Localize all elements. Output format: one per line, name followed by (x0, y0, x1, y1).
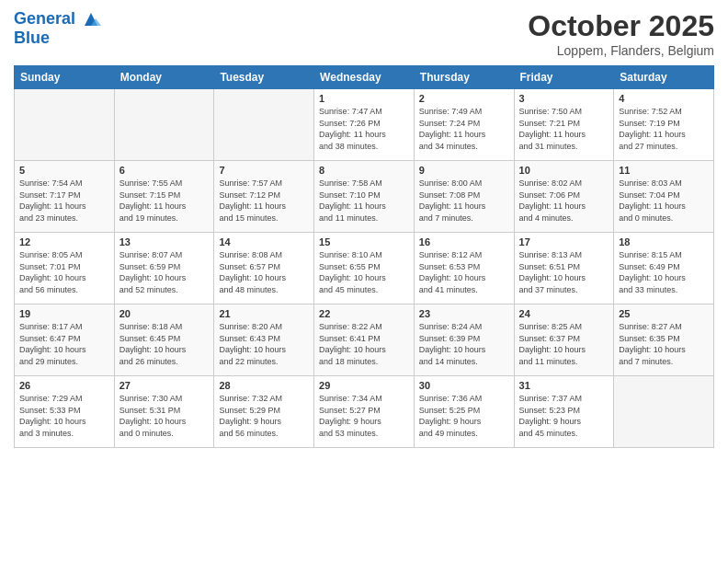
day-number: 22 (319, 308, 409, 319)
table-cell: 23Sunrise: 8:24 AM Sunset: 6:39 PM Dayli… (414, 304, 514, 376)
day-info: Sunrise: 8:05 AM Sunset: 7:01 PM Dayligh… (19, 249, 109, 295)
day-number: 9 (419, 165, 509, 176)
day-info: Sunrise: 7:58 AM Sunset: 7:10 PM Dayligh… (319, 178, 409, 224)
day-number: 6 (119, 165, 210, 176)
calendar-table: Sunday Monday Tuesday Wednesday Thursday… (14, 65, 714, 448)
title-block: October 2025 Loppem, Flanders, Belgium (528, 9, 714, 58)
day-number: 28 (219, 380, 309, 391)
day-info: Sunrise: 8:25 AM Sunset: 6:37 PM Dayligh… (519, 321, 609, 367)
day-info: Sunrise: 8:00 AM Sunset: 7:08 PM Dayligh… (419, 178, 509, 224)
table-cell: 16Sunrise: 8:12 AM Sunset: 6:53 PM Dayli… (414, 233, 514, 304)
day-number: 15 (319, 236, 409, 247)
day-info: Sunrise: 8:27 AM Sunset: 6:35 PM Dayligh… (619, 321, 709, 367)
day-info: Sunrise: 8:08 AM Sunset: 6:57 PM Dayligh… (219, 249, 309, 295)
day-number: 10 (519, 165, 609, 176)
day-number: 1 (319, 93, 409, 104)
col-friday: Friday (514, 66, 614, 89)
day-info: Sunrise: 8:03 AM Sunset: 7:04 PM Dayligh… (619, 178, 709, 224)
col-saturday: Saturday (614, 66, 714, 89)
day-info: Sunrise: 7:50 AM Sunset: 7:21 PM Dayligh… (519, 106, 609, 152)
table-cell (614, 376, 714, 448)
day-info: Sunrise: 8:10 AM Sunset: 6:55 PM Dayligh… (319, 249, 409, 295)
day-number: 25 (619, 308, 709, 319)
day-number: 13 (119, 236, 210, 247)
table-cell: 25Sunrise: 8:27 AM Sunset: 6:35 PM Dayli… (614, 304, 714, 376)
table-cell: 5Sunrise: 7:54 AM Sunset: 7:17 PM Daylig… (15, 161, 115, 233)
day-number: 26 (19, 380, 109, 391)
table-cell: 22Sunrise: 8:22 AM Sunset: 6:41 PM Dayli… (314, 304, 415, 376)
day-info: Sunrise: 8:13 AM Sunset: 6:51 PM Dayligh… (519, 249, 609, 295)
day-number: 7 (219, 165, 309, 176)
day-info: Sunrise: 7:49 AM Sunset: 7:24 PM Dayligh… (419, 106, 509, 152)
day-info: Sunrise: 8:15 AM Sunset: 6:49 PM Dayligh… (619, 249, 709, 295)
day-number: 19 (19, 308, 109, 319)
logo-general: General (14, 9, 75, 28)
day-number: 29 (319, 380, 409, 391)
day-info: Sunrise: 8:12 AM Sunset: 6:53 PM Dayligh… (419, 249, 509, 295)
day-info: Sunrise: 8:07 AM Sunset: 6:59 PM Dayligh… (119, 249, 210, 295)
logo-blue: Blue (14, 29, 101, 48)
day-number: 4 (619, 93, 709, 104)
table-cell: 14Sunrise: 8:08 AM Sunset: 6:57 PM Dayli… (214, 233, 314, 304)
day-number: 24 (519, 308, 609, 319)
calendar-page: General Blue October 2025 Loppem, Flande… (0, 0, 728, 563)
day-number: 16 (419, 236, 509, 247)
day-info: Sunrise: 7:37 AM Sunset: 5:23 PM Dayligh… (519, 393, 609, 439)
calendar-row: 26Sunrise: 7:29 AM Sunset: 5:33 PM Dayli… (15, 376, 714, 448)
table-cell: 20Sunrise: 8:18 AM Sunset: 6:45 PM Dayli… (114, 304, 214, 376)
day-info: Sunrise: 7:47 AM Sunset: 7:26 PM Dayligh… (319, 106, 409, 152)
table-cell: 10Sunrise: 8:02 AM Sunset: 7:06 PM Dayli… (514, 161, 614, 233)
day-number: 14 (219, 236, 309, 247)
table-cell: 9Sunrise: 8:00 AM Sunset: 7:08 PM Daylig… (414, 161, 514, 233)
table-cell: 26Sunrise: 7:29 AM Sunset: 5:33 PM Dayli… (15, 376, 115, 448)
table-cell: 31Sunrise: 7:37 AM Sunset: 5:23 PM Dayli… (514, 376, 614, 448)
day-info: Sunrise: 7:32 AM Sunset: 5:29 PM Dayligh… (219, 393, 309, 439)
table-cell: 8Sunrise: 7:58 AM Sunset: 7:10 PM Daylig… (314, 161, 415, 233)
col-wednesday: Wednesday (314, 66, 415, 89)
table-cell (214, 89, 314, 161)
day-number: 27 (119, 380, 210, 391)
day-info: Sunrise: 7:34 AM Sunset: 5:27 PM Dayligh… (319, 393, 409, 439)
day-info: Sunrise: 7:36 AM Sunset: 5:25 PM Dayligh… (419, 393, 509, 439)
table-cell: 6Sunrise: 7:55 AM Sunset: 7:15 PM Daylig… (114, 161, 214, 233)
col-monday: Monday (114, 66, 214, 89)
table-cell: 29Sunrise: 7:34 AM Sunset: 5:27 PM Dayli… (314, 376, 415, 448)
day-number: 2 (419, 93, 509, 104)
day-number: 31 (519, 380, 609, 391)
day-number: 11 (619, 165, 709, 176)
day-number: 20 (119, 308, 210, 319)
col-tuesday: Tuesday (214, 66, 314, 89)
day-info: Sunrise: 7:54 AM Sunset: 7:17 PM Dayligh… (19, 178, 109, 224)
day-number: 12 (19, 236, 109, 247)
day-number: 23 (419, 308, 509, 319)
table-cell: 21Sunrise: 8:20 AM Sunset: 6:43 PM Dayli… (214, 304, 314, 376)
table-cell: 28Sunrise: 7:32 AM Sunset: 5:29 PM Dayli… (214, 376, 314, 448)
table-cell: 30Sunrise: 7:36 AM Sunset: 5:25 PM Dayli… (414, 376, 514, 448)
header: General Blue October 2025 Loppem, Flande… (14, 9, 714, 58)
logo-icon (81, 9, 101, 29)
day-number: 5 (19, 165, 109, 176)
calendar-row: 1Sunrise: 7:47 AM Sunset: 7:26 PM Daylig… (15, 89, 714, 161)
table-cell (114, 89, 214, 161)
day-info: Sunrise: 7:30 AM Sunset: 5:31 PM Dayligh… (119, 393, 210, 439)
calendar-title: October 2025 (528, 9, 714, 43)
table-cell: 17Sunrise: 8:13 AM Sunset: 6:51 PM Dayli… (514, 233, 614, 304)
table-cell: 3Sunrise: 7:50 AM Sunset: 7:21 PM Daylig… (514, 89, 614, 161)
table-cell (15, 89, 115, 161)
table-cell: 19Sunrise: 8:17 AM Sunset: 6:47 PM Dayli… (15, 304, 115, 376)
table-cell: 2Sunrise: 7:49 AM Sunset: 7:24 PM Daylig… (414, 89, 514, 161)
table-cell: 15Sunrise: 8:10 AM Sunset: 6:55 PM Dayli… (314, 233, 415, 304)
col-thursday: Thursday (414, 66, 514, 89)
table-cell: 11Sunrise: 8:03 AM Sunset: 7:04 PM Dayli… (614, 161, 714, 233)
day-info: Sunrise: 7:52 AM Sunset: 7:19 PM Dayligh… (619, 106, 709, 152)
table-cell: 4Sunrise: 7:52 AM Sunset: 7:19 PM Daylig… (614, 89, 714, 161)
day-info: Sunrise: 7:55 AM Sunset: 7:15 PM Dayligh… (119, 178, 210, 224)
day-info: Sunrise: 8:17 AM Sunset: 6:47 PM Dayligh… (19, 321, 109, 367)
calendar-row: 19Sunrise: 8:17 AM Sunset: 6:47 PM Dayli… (15, 304, 714, 376)
calendar-subtitle: Loppem, Flanders, Belgium (528, 43, 714, 58)
table-cell: 27Sunrise: 7:30 AM Sunset: 5:31 PM Dayli… (114, 376, 214, 448)
day-info: Sunrise: 7:57 AM Sunset: 7:12 PM Dayligh… (219, 178, 309, 224)
table-cell: 7Sunrise: 7:57 AM Sunset: 7:12 PM Daylig… (214, 161, 314, 233)
day-info: Sunrise: 7:29 AM Sunset: 5:33 PM Dayligh… (19, 393, 109, 439)
day-number: 17 (519, 236, 609, 247)
